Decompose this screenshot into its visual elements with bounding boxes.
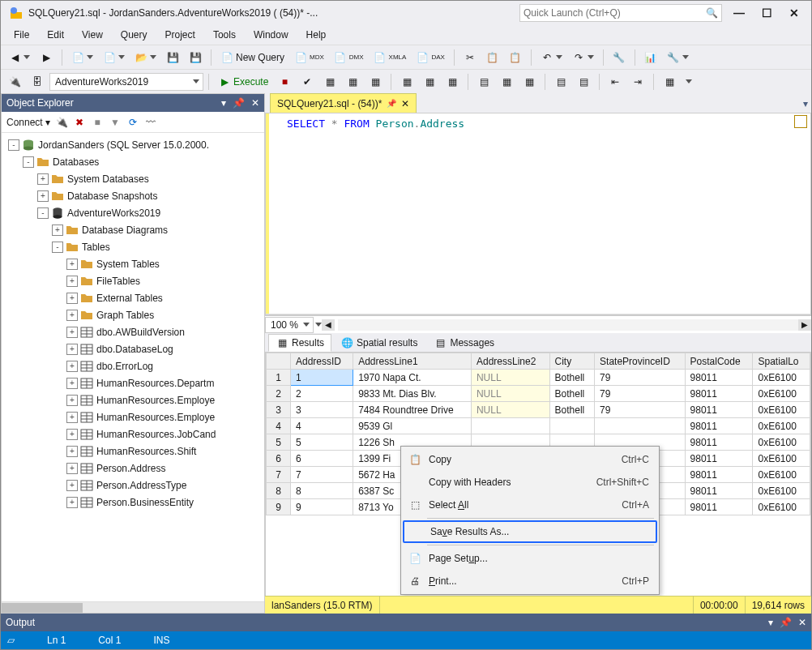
cut-button[interactable]: ✂ [459, 48, 481, 67]
execute-button[interactable]: ▶Execute [214, 72, 272, 92]
results-to-grid-button[interactable]: ▦ [496, 72, 517, 92]
output-pin-icon[interactable]: 📌 [780, 617, 792, 628]
save-all-button[interactable]: 💾 [185, 48, 206, 67]
menu-file[interactable]: File [6, 27, 37, 43]
tree-node[interactable]: +Database Snapshots [2, 187, 264, 204]
table-cell[interactable]: 4 [267, 418, 291, 434]
table-cell[interactable]: Bothell [549, 370, 595, 386]
expand-icon[interactable]: + [66, 446, 78, 457]
tree-node[interactable]: +HumanResources.Employe [2, 391, 264, 408]
increase-indent-button[interactable]: ⇥ [627, 72, 648, 92]
results-to-text-button[interactable]: ▤ [473, 72, 494, 92]
scroll-right-icon[interactable]: ▶ [798, 319, 811, 331]
tree-node[interactable]: +HumanResources.Shift [2, 443, 264, 460]
table-cell[interactable]: 8 [291, 483, 353, 499]
table-cell[interactable]: 0xE6100 [753, 467, 810, 483]
tree-node[interactable]: +Database Diagrams [2, 221, 264, 238]
tree-node[interactable]: +Person.Address [2, 460, 264, 477]
table-cell[interactable]: 3 [291, 402, 353, 418]
menu-window[interactable]: Window [246, 27, 297, 43]
results-to-file-button[interactable]: ▦ [519, 72, 540, 92]
tree-node[interactable]: +External Tables [2, 289, 264, 306]
table-cell[interactable]: 9 [291, 499, 353, 515]
paste-button[interactable]: 📋 [505, 48, 526, 67]
menu-edit[interactable]: Edit [39, 27, 72, 43]
table-cell[interactable]: 98011 [685, 418, 753, 434]
decrease-indent-button[interactable]: ⇤ [605, 72, 626, 92]
table-cell[interactable]: 7 [267, 467, 291, 483]
include-actual-plan-button[interactable]: ▦ [396, 72, 417, 92]
table-cell[interactable]: 7 [291, 467, 353, 483]
table-cell[interactable]: 1 [291, 370, 353, 386]
ctx-page-setup[interactable]: 📄 Page Setup... [403, 547, 657, 570]
tree-node[interactable]: -JordanSanders (SQL Server 15.0.2000. [2, 136, 264, 153]
display-plan-button[interactable]: ▦ [319, 72, 340, 92]
column-header[interactable]: AddressID [291, 353, 353, 370]
tree-node[interactable]: +Person.BusinessEntity [2, 494, 264, 511]
table-cell[interactable]: 98011 [685, 402, 753, 418]
query-options-button[interactable]: ▦ [342, 72, 363, 92]
scroll-left-icon[interactable]: ◀ [322, 319, 335, 331]
output-panel-header[interactable]: Output ▾ 📌 ✕ [1, 614, 811, 631]
pin-icon[interactable]: 📌 [387, 99, 396, 108]
table-cell[interactable]: 0xE6100 [753, 402, 810, 418]
table-cell[interactable]: 79 [595, 386, 685, 402]
table-cell[interactable]: 6 [267, 451, 291, 467]
expand-icon[interactable]: + [66, 463, 78, 474]
table-cell[interactable]: Bothell [549, 402, 595, 418]
expand-icon[interactable]: + [37, 173, 49, 185]
table-row[interactable]: 229833 Mt. Dias Blv.NULLBothell79980110x… [267, 386, 810, 402]
filter-icon[interactable]: ▼ [109, 116, 122, 129]
table-cell[interactable]: 1970 Napa Ct. [353, 370, 472, 386]
zoom-combo[interactable]: 100 % [265, 317, 314, 333]
tree-node[interactable]: +HumanResources.Departm [2, 374, 264, 391]
messages-tab[interactable]: ▤Messages [426, 334, 502, 352]
ctx-select-all[interactable]: ⬚ Select All Ctrl+A [403, 494, 657, 516]
tree-node[interactable]: -Tables [2, 238, 264, 255]
editor-horizontal-scrollbar[interactable] [338, 319, 798, 331]
table-cell[interactable]: 98011 [685, 483, 753, 499]
activity-monitor-button[interactable]: 📊 [640, 48, 661, 67]
nav-forward-button[interactable]: ▶ [36, 48, 57, 67]
dmx-query-button[interactable]: 📄DMX [330, 48, 368, 67]
table-cell[interactable]: 3 [267, 402, 291, 418]
sql-editor[interactable]: SELECT * FROM Person.Address [265, 113, 811, 315]
menu-tools[interactable]: Tools [205, 27, 244, 43]
quick-launch-input[interactable]: Quick Launch (Ctrl+Q) 🔍 [519, 4, 722, 22]
tree-node[interactable]: +HumanResources.JobCand [2, 425, 264, 443]
spatial-results-tab[interactable]: 🌐Spatial results [333, 334, 425, 352]
expand-icon[interactable]: - [8, 139, 19, 151]
connect-oe-icon[interactable]: 🔌 [55, 116, 68, 129]
column-header[interactable]: AddressLine2 [471, 353, 549, 370]
table-cell[interactable]: NULL [471, 370, 549, 386]
expand-icon[interactable]: - [52, 242, 63, 253]
expand-icon[interactable]: + [66, 293, 78, 304]
table-row[interactable]: 337484 Roundtree DriveNULLBothell7998011… [267, 402, 810, 418]
minimize-button[interactable]: — [732, 6, 746, 20]
output-close-icon[interactable]: ✕ [798, 617, 806, 628]
table-cell[interactable]: 0xE6100 [753, 451, 810, 467]
column-header[interactable]: StateProvinceID [595, 353, 685, 370]
stop-icon[interactable]: ■ [91, 116, 104, 129]
split-toggle-icon[interactable] [794, 115, 807, 128]
available-databases-icon[interactable]: 🗄 [27, 72, 48, 92]
tree-node[interactable]: +System Tables [2, 255, 264, 272]
table-cell[interactable]: 7484 Roundtree Drive [353, 402, 472, 418]
tree-node[interactable]: +dbo.ErrorLog [2, 357, 264, 374]
ctx-copy-headers[interactable]: Copy with HeadersCtrl+Shift+C [403, 471, 657, 494]
table-cell[interactable] [595, 418, 685, 434]
new-project-button[interactable]: 📄 [67, 48, 97, 67]
table-cell[interactable]: 5 [267, 434, 291, 451]
tab-close-icon[interactable]: ✕ [401, 98, 409, 109]
uncomment-button[interactable]: ▤ [573, 72, 594, 92]
ctx-print[interactable]: 🖨 Print... Ctrl+P [403, 570, 657, 592]
mdx-query-button[interactable]: 📄MDX [290, 48, 328, 67]
include-live-stats-button[interactable]: ▦ [419, 72, 440, 92]
tree-node[interactable]: -Databases [2, 153, 264, 170]
table-cell[interactable] [549, 418, 595, 434]
menu-project[interactable]: Project [157, 27, 203, 43]
expand-icon[interactable]: + [66, 429, 78, 440]
specify-values-button[interactable]: ▦ [659, 72, 680, 92]
disconnect-icon[interactable]: ✖ [73, 116, 86, 129]
expand-icon[interactable]: + [66, 344, 78, 355]
